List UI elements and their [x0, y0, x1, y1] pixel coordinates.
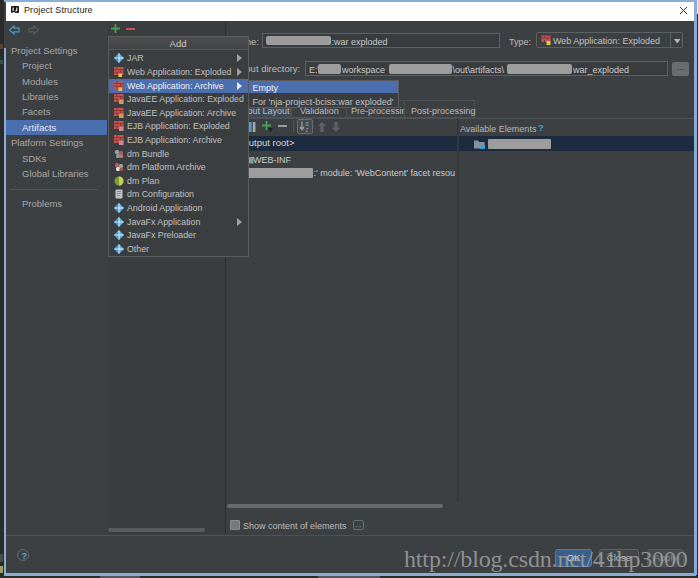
- svg-text:z: z: [305, 126, 308, 132]
